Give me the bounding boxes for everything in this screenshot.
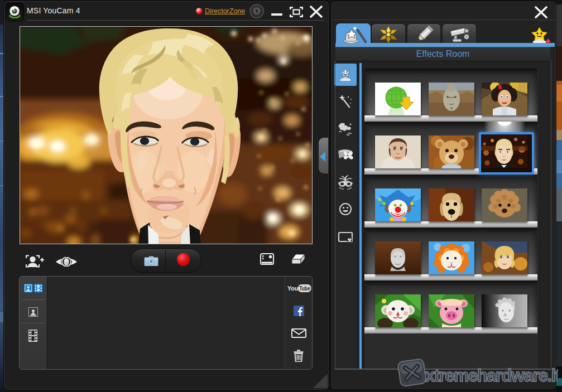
svg-text:Tube: Tube [299,285,310,292]
svg-text:You: You [287,285,298,292]
svg-text:xtremehardware.it: xtremehardware.it [425,366,558,385]
